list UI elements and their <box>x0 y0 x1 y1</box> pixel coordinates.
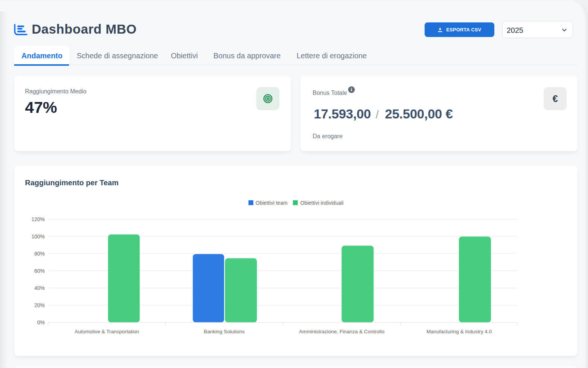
svg-text:Banking Solutions: Banking Solutions <box>204 329 245 334</box>
svg-text:0%: 0% <box>37 319 45 325</box>
svg-text:Manufacturing & Industry 4.0: Manufacturing & Industry 4.0 <box>426 329 492 334</box>
svg-text:120%: 120% <box>31 216 45 222</box>
svg-text:80%: 80% <box>34 251 45 257</box>
svg-text:Obiettivi team: Obiettivi team <box>256 200 288 206</box>
svg-text:Amministrazione, Finanza & Con: Amministrazione, Finanza & Controllo <box>299 329 384 334</box>
svg-text:40%: 40% <box>34 285 45 291</box>
svg-text:i: i <box>351 87 352 92</box>
svg-text:Automotive & Transportation: Automotive & Transportation <box>75 329 139 334</box>
svg-text:100%: 100% <box>31 234 45 239</box>
svg-text:20%: 20% <box>34 302 45 308</box>
svg-text:60%: 60% <box>34 268 45 274</box>
svg-text:Obiettivi individuali: Obiettivi individuali <box>300 200 344 206</box>
